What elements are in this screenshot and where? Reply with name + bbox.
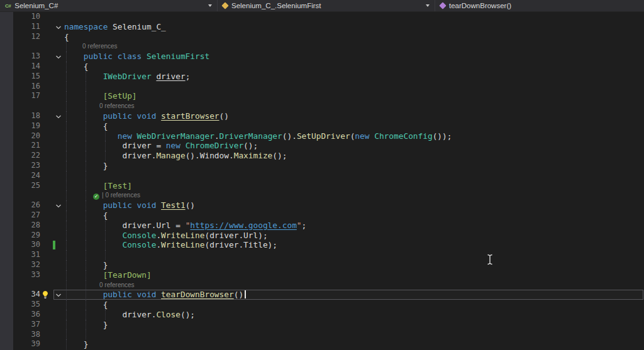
- code-line[interactable]: 18 public void startBrowser(): [0, 111, 644, 121]
- line-number: 21: [13, 141, 40, 151]
- chevron-down-icon: [208, 4, 212, 7]
- code-token: public void: [64, 200, 156, 210]
- code-line[interactable]: 16: [0, 82, 644, 92]
- indent-guide: [105, 250, 106, 260]
- line-number: 17: [13, 91, 40, 101]
- line-number: 16: [13, 82, 40, 92]
- code-token: ;: [186, 72, 191, 81]
- fold-collapse-icon[interactable]: [55, 23, 63, 31]
- indent-guide: [66, 330, 67, 340]
- code-rows: 1011namespace Selenium_C_12{0 references…: [0, 12, 644, 349]
- code-token: {: [64, 62, 89, 71]
- code-line[interactable]: 23 }: [0, 161, 644, 171]
- code-token: Test1: [161, 200, 186, 210]
- code-line[interactable]: 30 Console.WriteLine(driver.Title);: [0, 240, 644, 250]
- text-caret: [245, 290, 246, 298]
- chevron-down-icon: [426, 4, 430, 7]
- indent-guide: [66, 190, 67, 200]
- fold-collapse-icon[interactable]: [55, 202, 63, 209]
- code-line[interactable]: 32 }: [0, 260, 644, 270]
- code-line[interactable]: 20 new WebDriverManager.DriverManager().…: [0, 131, 644, 141]
- code-token: driver.: [64, 310, 156, 319]
- codelens-row[interactable]: 0 references: [0, 41, 644, 52]
- line-number: 32: [13, 260, 40, 270]
- code-token: ();: [272, 151, 287, 160]
- code-token: https://www.google.com: [190, 221, 297, 230]
- code-line[interactable]: 34 public void tearDownBrowser(): [0, 290, 644, 300]
- code-token: tearDownBrowser: [161, 290, 234, 299]
- code-token: ();: [243, 141, 258, 150]
- code-text: }: [64, 161, 108, 171]
- code-line[interactable]: 19 {: [0, 121, 644, 131]
- code-line[interactable]: 17 [SetUp]: [0, 91, 644, 101]
- indent-guide: [66, 41, 67, 52]
- code-line[interactable]: 10: [0, 12, 644, 22]
- code-line[interactable]: 14 {: [0, 62, 644, 72]
- code-token: [64, 270, 103, 280]
- code-line[interactable]: 26 public void Test1(): [0, 200, 644, 211]
- code-token: new: [118, 131, 132, 141]
- code-line[interactable]: 11namespace Selenium_C_: [0, 22, 644, 32]
- code-token: [TearDown]: [103, 270, 152, 280]
- code-token: [64, 231, 122, 240]
- code-text: driver.Close();: [64, 310, 195, 320]
- code-token: [156, 290, 161, 299]
- indent-guide: [86, 190, 86, 200]
- codelens-row[interactable]: 0 references: [0, 101, 644, 111]
- code-token: {: [64, 211, 108, 220]
- nav-type-dropdown[interactable]: Selenium_C_.SeleniumFirst: [218, 0, 435, 11]
- code-line[interactable]: 39 }: [0, 339, 644, 349]
- indent-guide: [66, 250, 67, 260]
- code-token: [SetUp]: [103, 91, 137, 101]
- nav-member-dropdown[interactable]: tearDownBrowser(): [435, 0, 644, 11]
- code-token: ": [297, 221, 302, 230]
- code-line[interactable]: 15 IWebDriver driver;: [0, 72, 644, 82]
- code-text: Console.WriteLine(driver.Title);: [64, 240, 277, 250]
- codelens-references[interactable]: 0 references: [99, 280, 135, 290]
- code-line[interactable]: 36 driver.Close();: [0, 310, 644, 320]
- change-tracking-bar: [53, 241, 55, 249]
- code-token: public class: [64, 52, 142, 61]
- code-line[interactable]: 27 {: [0, 211, 644, 221]
- code-line[interactable]: 12{: [0, 32, 644, 42]
- code-text: namespace Selenium_C_: [64, 22, 166, 32]
- code-line[interactable]: 21 driver = new ChromeDriver();: [0, 141, 644, 151]
- fold-collapse-icon[interactable]: [55, 53, 63, 60]
- indent-guide: [66, 171, 67, 181]
- lightbulb-icon[interactable]: [42, 290, 50, 299]
- code-text: }: [64, 260, 108, 270]
- code-line[interactable]: 24: [0, 171, 644, 181]
- nav-member-label: tearDownBrowser(): [449, 2, 511, 9]
- code-line[interactable]: 33 [TearDown]: [0, 270, 644, 280]
- code-line[interactable]: 25 [Test]: [0, 181, 644, 191]
- codelens-label: 0 references: [99, 102, 135, 109]
- code-token: [180, 141, 186, 150]
- codelens-references[interactable]: 0 references: [99, 101, 135, 111]
- code-line[interactable]: 13 public class SeleniumFirst: [0, 52, 644, 62]
- code-token: driver.: [64, 151, 156, 160]
- code-line[interactable]: 28 driver.Url = "https://www.google.com"…: [0, 221, 644, 231]
- code-token: driver =: [64, 141, 166, 150]
- line-number: 31: [13, 250, 40, 260]
- code-text: [TearDown]: [64, 270, 152, 280]
- class-icon: [221, 2, 228, 9]
- code-token: namespace: [64, 22, 108, 31]
- fold-collapse-icon[interactable]: [55, 112, 63, 120]
- code-text: public void startBrowser(): [64, 111, 229, 121]
- code-line[interactable]: 37 }: [0, 320, 644, 330]
- codelens-row[interactable]: ✓| 0 references: [0, 190, 644, 200]
- codelens-references[interactable]: ✓| 0 references: [93, 190, 140, 200]
- code-line[interactable]: 22 driver.Manage().Window.Maximize();: [0, 151, 644, 161]
- code-line[interactable]: 29 Console.WriteLine(driver.Url);: [0, 231, 644, 241]
- code-line[interactable]: 35 {: [0, 300, 644, 310]
- fold-collapse-icon[interactable]: [55, 291, 63, 298]
- codelens-references[interactable]: 0 references: [82, 41, 118, 52]
- code-text: {: [64, 300, 108, 310]
- code-token: IWebDriver: [103, 72, 152, 81]
- code-token: (driver.Title);: [204, 240, 277, 249]
- code-token: Console: [122, 231, 156, 240]
- nav-project-dropdown[interactable]: C# Selenium_C#: [0, 0, 218, 11]
- code-line[interactable]: 38: [0, 330, 644, 340]
- code-line[interactable]: 31: [0, 250, 644, 260]
- codelens-row[interactable]: 0 references: [0, 280, 644, 290]
